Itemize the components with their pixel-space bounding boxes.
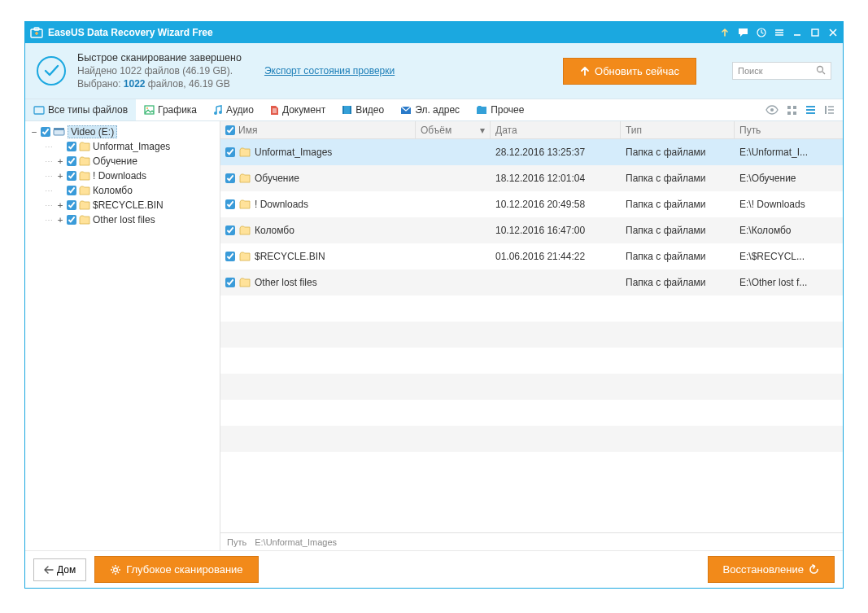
svg-point-4 — [818, 67, 823, 72]
grid-view-icon[interactable] — [787, 105, 797, 116]
folder-icon — [79, 200, 90, 210]
svg-rect-19 — [825, 106, 827, 114]
scan-complete-icon — [37, 56, 66, 85]
titlebar: EaseUS Data Recovery Wizard Free — [25, 22, 843, 43]
row-type: Папка с файлами — [621, 277, 735, 288]
tree-checkbox[interactable] — [67, 156, 76, 166]
tab-other[interactable]: Прочее — [468, 99, 532, 120]
row-checkbox[interactable] — [225, 225, 235, 235]
row-checkbox[interactable] — [225, 278, 235, 287]
tree-checkbox[interactable] — [67, 142, 76, 151]
tab-email[interactable]: Эл. адрес — [392, 99, 468, 120]
expander-icon[interactable] — [56, 186, 64, 196]
row-date: 01.06.2016 21:44:22 — [491, 251, 621, 262]
expander-icon[interactable] — [56, 142, 64, 152]
svg-point-9 — [219, 111, 222, 114]
svg-rect-5 — [34, 107, 44, 114]
close-icon[interactable] — [828, 28, 838, 37]
row-name: Коломбо — [255, 225, 294, 236]
row-date: 18.12.2016 12:01:04 — [491, 173, 621, 184]
tree-item[interactable]: ⋯ + Обучение — [27, 154, 218, 169]
minimize-icon[interactable] — [792, 28, 802, 37]
row-checkbox[interactable] — [225, 199, 235, 209]
svg-point-14 — [770, 108, 774, 112]
detail-view-icon[interactable] — [824, 105, 835, 115]
search-input[interactable]: Поиск — [732, 62, 831, 80]
file-list: Имя Объём▾ Дата Тип Путь Unformat_Images… — [220, 121, 843, 550]
history-icon[interactable] — [757, 28, 766, 37]
svg-rect-3 — [812, 29, 818, 36]
feedback-icon[interactable] — [738, 28, 748, 37]
status-title: Быстрое сканирование завершено — [77, 51, 242, 64]
folder-icon — [239, 225, 251, 235]
tab-video[interactable]: Видео — [334, 99, 392, 120]
row-checkbox[interactable] — [225, 252, 235, 261]
upgrade-arrow-icon[interactable] — [720, 28, 730, 37]
col-date[interactable]: Дата — [491, 121, 621, 138]
tab-document[interactable]: Документ — [262, 99, 334, 120]
folder-icon — [79, 142, 90, 151]
svg-rect-20 — [54, 129, 64, 135]
path-bar: Путь E:\Unformat_Images — [220, 532, 843, 550]
expander-icon[interactable]: − — [30, 127, 38, 138]
preview-icon[interactable] — [765, 105, 779, 115]
row-path: E:\Other lost f... — [735, 277, 843, 288]
col-type[interactable]: Тип — [621, 121, 735, 138]
row-type: Папка с файлами — [621, 251, 735, 262]
folder-icon — [239, 252, 251, 261]
row-type: Папка с файлами — [621, 173, 735, 184]
select-all-checkbox[interactable] — [225, 125, 235, 135]
row-checkbox[interactable] — [225, 173, 235, 183]
deep-scan-button[interactable]: Глубокое сканирование — [94, 556, 258, 583]
export-state-link[interactable]: Экспорт состояния проверки — [264, 65, 395, 77]
table-row[interactable]: Обучение 18.12.2016 12:01:04 Папка с фай… — [220, 165, 843, 191]
search-icon — [816, 65, 826, 77]
expander-icon[interactable]: + — [56, 215, 64, 225]
tree-checkbox[interactable] — [67, 186, 76, 195]
tree-item[interactable]: ⋯ + Other lost files — [27, 212, 218, 227]
row-checkbox[interactable] — [225, 147, 235, 157]
row-type: Папка с файлами — [621, 225, 735, 236]
menu-icon[interactable] — [774, 28, 784, 37]
svg-rect-18 — [793, 112, 796, 115]
drive-icon — [53, 127, 65, 137]
table-row[interactable]: ! Downloads 10.12.2016 20:49:58 Папка с … — [220, 191, 843, 217]
home-button[interactable]: Дом — [33, 558, 86, 581]
tree-root[interactable]: − Video (E:) — [27, 125, 218, 139]
svg-rect-11 — [342, 106, 344, 114]
tab-all[interactable]: Все типы файлов — [25, 99, 136, 120]
tree-item[interactable]: ⋯ Unformat_Images — [27, 139, 218, 154]
expander-icon[interactable]: + — [56, 171, 64, 182]
expander-icon[interactable]: + — [56, 156, 64, 167]
expander-icon[interactable]: + — [56, 200, 64, 211]
table-row[interactable]: Коломбо 10.12.2016 16:47:00 Папка с файл… — [220, 217, 843, 243]
folder-tree: − Video (E:) ⋯ Unformat_Images ⋯ + Обуче… — [25, 121, 220, 550]
tree-item[interactable]: ⋯ + $RECYCLE.BIN — [27, 198, 218, 212]
tree-item[interactable]: ⋯ + ! Downloads — [27, 169, 218, 183]
row-name: Обучение — [255, 173, 299, 184]
upgrade-button[interactable]: Обновить сейчас — [563, 58, 696, 85]
recover-button[interactable]: Восстановление — [708, 556, 835, 583]
table-row[interactable]: Unformat_Images 28.12.2016 13:25:37 Папк… — [220, 139, 843, 165]
col-name[interactable]: Имя — [220, 121, 416, 138]
list-view-icon[interactable] — [805, 105, 816, 115]
table-row-empty — [220, 400, 843, 426]
tree-checkbox[interactable] — [67, 200, 76, 210]
table-row[interactable]: $RECYCLE.BIN 01.06.2016 21:44:22 Папка с… — [220, 243, 843, 269]
svg-rect-15 — [787, 106, 791, 109]
tab-audio[interactable]: Аудио — [205, 99, 262, 120]
col-path[interactable]: Путь — [735, 121, 843, 138]
col-size[interactable]: Объём▾ — [416, 121, 491, 138]
svg-rect-16 — [793, 106, 796, 109]
tab-graphics[interactable]: Графика — [136, 99, 205, 120]
table-row[interactable]: Other lost files Папка с файлами E:\Othe… — [220, 269, 843, 296]
tree-item[interactable]: ⋯ Коломбо — [27, 183, 218, 198]
status-selected: Выбрано: 1022 файлов, 46.19 GB — [77, 77, 242, 90]
tree-checkbox[interactable] — [41, 127, 50, 137]
tree-checkbox[interactable] — [67, 215, 76, 225]
row-type: Папка с файлами — [621, 199, 735, 210]
svg-rect-21 — [54, 128, 64, 130]
tree-checkbox[interactable] — [67, 171, 76, 181]
maximize-icon[interactable] — [810, 28, 820, 37]
tree-item-label: Обучение — [93, 155, 137, 167]
